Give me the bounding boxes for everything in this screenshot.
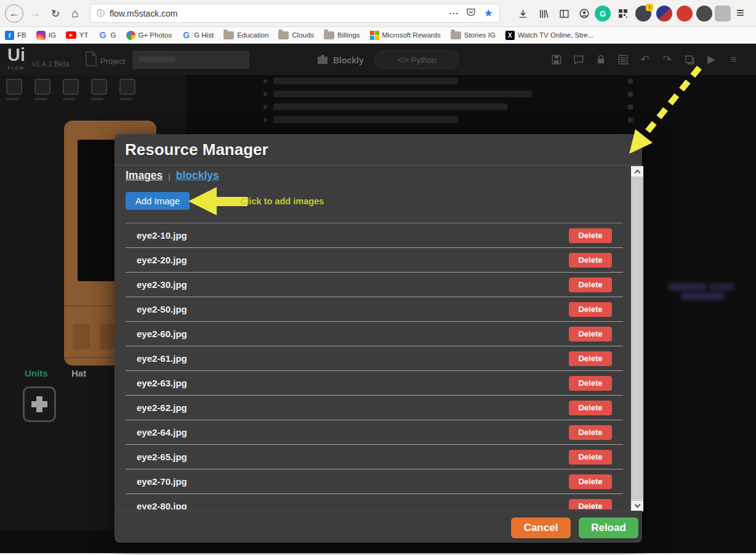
file-row: eye2-30.jpg Delete <box>126 273 623 297</box>
page-actions-icon[interactable] <box>449 7 459 19</box>
file-row: eye2-60.jpg Delete <box>126 322 623 346</box>
modal-title: Resource Manager <box>125 140 268 159</box>
bookmark-gplus-photos[interactable]: G+ Photos <box>126 31 172 40</box>
delete-button[interactable]: Delete <box>569 302 612 317</box>
tool-icon[interactable] <box>119 79 136 103</box>
delete-button[interactable]: Delete <box>569 351 612 366</box>
scroll-down-button[interactable] <box>631 500 643 511</box>
tool-icon[interactable] <box>6 79 23 103</box>
url-text: flow.m5stack.com <box>110 9 177 18</box>
tab-images[interactable]: Images <box>126 169 163 182</box>
scrollbar-thumb[interactable] <box>632 178 643 498</box>
bookmark-clouds[interactable]: Clouds <box>278 31 314 39</box>
delete-button[interactable]: Delete <box>569 425 612 440</box>
cancel-button[interactable]: Cancel <box>511 517 571 538</box>
reload-list-button[interactable]: Reload <box>579 517 638 538</box>
site-info-icon[interactable] <box>97 8 105 19</box>
bookmark-ghist[interactable]: G Hist <box>182 31 214 40</box>
delete-button[interactable]: Delete <box>569 253 612 268</box>
account-icon[interactable] <box>576 6 592 22</box>
version-label: v1.4.1 Beta <box>32 60 70 68</box>
menu-icon[interactable] <box>736 5 744 21</box>
tab-units[interactable]: Units <box>25 368 48 378</box>
home-button[interactable] <box>68 6 82 22</box>
file-name: eye2-80.jpg <box>137 501 187 509</box>
chat-icon[interactable] <box>571 52 585 66</box>
run-icon[interactable]: ▶ <box>704 52 718 66</box>
add-unit-button[interactable] <box>23 386 56 422</box>
google-icon <box>182 31 191 40</box>
forward-button[interactable] <box>28 7 42 20</box>
screenshot-icon[interactable] <box>682 52 696 66</box>
adblock-extension-icon[interactable] <box>677 6 693 22</box>
back-button[interactable] <box>5 4 23 23</box>
modal-footer: Cancel Reload <box>115 511 642 543</box>
bookmark-google[interactable]: G <box>99 31 116 40</box>
undo-icon[interactable]: ↶ <box>638 52 652 66</box>
delete-button[interactable]: Delete <box>569 278 612 292</box>
pocket-icon[interactable] <box>465 7 477 20</box>
tool-icon[interactable] <box>34 79 51 103</box>
file-row: eye2-64.jpg Delete <box>126 420 623 445</box>
extension-icon-gray[interactable] <box>715 6 731 22</box>
file-name: eye2-62.jpg <box>137 402 187 413</box>
tool-icon[interactable] <box>91 79 108 103</box>
delete-button[interactable]: Delete <box>569 401 612 415</box>
downloads-icon[interactable] <box>515 6 531 22</box>
qr-extension-icon[interactable] <box>615 6 631 22</box>
sidebar-icon[interactable] <box>556 6 572 22</box>
bookmark-education[interactable]: Education <box>223 31 268 39</box>
modal-scrollbar[interactable] <box>631 166 643 511</box>
folder-icon <box>278 31 289 39</box>
delete-button[interactable]: Delete <box>569 499 612 510</box>
url-bar[interactable]: flow.m5stack.com <box>90 4 500 23</box>
file-row: eye2-63.jpg Delete <box>126 371 623 396</box>
delete-button[interactable]: Delete <box>569 327 612 341</box>
file-row: eye2-61.jpg Delete <box>126 346 623 371</box>
file-row: eye2-70.jpg Delete <box>126 469 623 494</box>
tab-separator: | <box>168 172 170 181</box>
delete-button[interactable]: Delete <box>569 228 612 243</box>
file-name: eye2-20.jpg <box>137 255 187 265</box>
project-label[interactable]: Project <box>100 57 125 66</box>
delete-button[interactable]: Delete <box>569 376 612 391</box>
x-icon <box>505 31 515 40</box>
file-name: eye2-50.jpg <box>137 304 187 314</box>
folder-icon <box>324 31 334 39</box>
scroll-up-button[interactable] <box>631 166 643 177</box>
list-icon[interactable] <box>616 52 630 66</box>
tool-icon[interactable] <box>63 79 79 103</box>
tab-python[interactable]: </> Python <box>374 50 459 69</box>
lock-icon[interactable] <box>593 52 608 66</box>
tab-blocklys[interactable]: blocklys <box>176 169 219 182</box>
bookmark-fb[interactable]: FB <box>5 31 26 40</box>
tab-blockly[interactable]: Blockly <box>333 55 364 65</box>
app-menu-icon[interactable]: ≡ <box>726 52 741 66</box>
bookmark-star-icon[interactable] <box>484 7 493 20</box>
bookmark-stories-ig[interactable]: Stories IG <box>451 31 496 39</box>
redo-icon[interactable]: ↷ <box>660 52 674 66</box>
library-icon[interactable] <box>536 6 552 22</box>
annotation-arrow-icon <box>188 187 217 215</box>
bookmark-billings[interactable]: Billings <box>324 31 360 39</box>
bookmark-ms-rewards[interactable]: Microsoft Rewards <box>370 31 441 40</box>
project-name-input[interactable] <box>132 50 249 69</box>
tab-hat[interactable]: Hat <box>71 368 86 378</box>
delete-button[interactable]: Delete <box>569 450 612 465</box>
bookmark-yt[interactable]: YT <box>66 31 89 39</box>
add-image-button[interactable]: Add Image <box>126 192 190 210</box>
extension-icon-badged[interactable] <box>635 6 651 22</box>
extension-icon-dark[interactable] <box>696 6 712 22</box>
save-icon[interactable] <box>549 52 563 66</box>
bookmark-ig[interactable]: IG <box>36 31 56 40</box>
grammarly-extension-icon[interactable] <box>595 6 611 22</box>
bookmark-watch-tv[interactable]: Watch TV Online, Stre... <box>505 31 593 40</box>
file-row: eye2-80.jpg Delete <box>126 494 623 509</box>
resource-tabs: Images | blocklys <box>126 169 219 182</box>
extension-icon[interactable] <box>656 6 672 22</box>
code-blur-fragment <box>669 278 755 304</box>
file-name: eye2-70.jpg <box>137 476 187 487</box>
delete-button[interactable]: Delete <box>569 474 612 489</box>
screen: flow.m5stack.com FB IG YT G G+ Photos G … <box>0 0 756 555</box>
reload-button[interactable] <box>48 6 63 21</box>
